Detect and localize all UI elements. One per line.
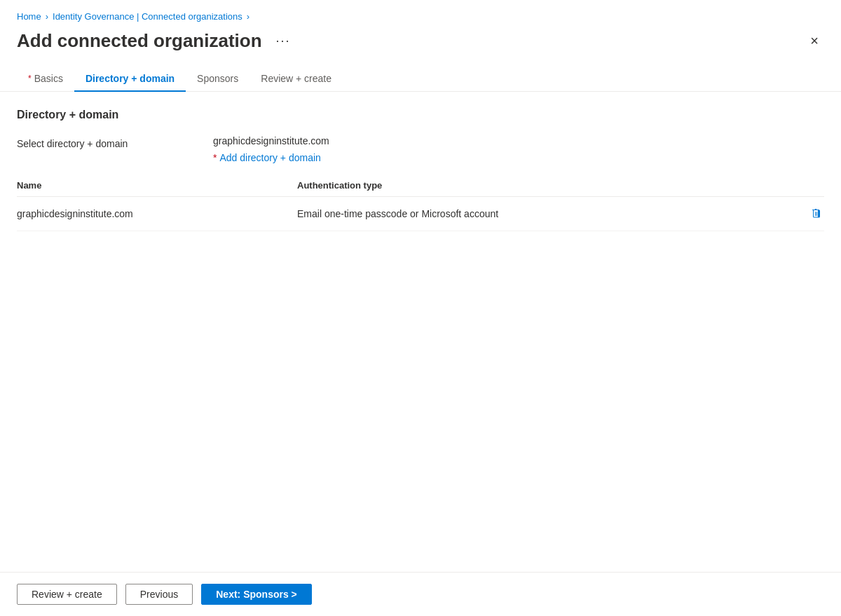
previous-button[interactable]: Previous [125,584,193,605]
tab-basics-asterisk: * [28,74,32,83]
column-name-header: Name [17,180,297,191]
row-auth-cell: Email one-time passcode or Microsoft acc… [297,205,824,222]
tab-review-create[interactable]: Review + create [249,66,343,91]
page-title-group: Add connected organization ··· [17,30,296,52]
page-header: Add connected organization ··· × [0,27,841,66]
tab-sponsors-label: Sponsors [197,73,238,84]
main-content: Directory + domain Select directory + do… [0,109,841,231]
breadcrumb-parent[interactable]: Identity Governance | Connected organiza… [53,11,242,22]
row-name-cell: graphicdesigninstitute.com [17,208,297,219]
directory-table: Name Authentication type graphicdesignin… [17,180,824,231]
delete-row-button[interactable] [807,205,824,222]
tab-directory-domain-label: Directory + domain [86,73,175,84]
page-title: Add connected organization [17,30,262,52]
select-directory-row: Select directory + domain graphicdesigni… [17,135,824,163]
breadcrumb-sep-2: › [247,11,249,22]
close-button[interactable]: × [805,30,824,52]
more-options-button[interactable]: ··· [271,31,296,51]
select-directory-value: graphicdesigninstitute.com * Add directo… [213,135,329,163]
tab-basics[interactable]: * Basics [17,66,74,91]
table-header: Name Authentication type [17,180,824,197]
tab-review-create-label: Review + create [261,73,331,84]
tabs-container: * Basics Directory + domain Sponsors Rev… [0,66,841,92]
review-create-button[interactable]: Review + create [17,584,117,605]
breadcrumb: Home › Identity Governance | Connected o… [0,0,841,27]
breadcrumb-sep-1: › [46,11,48,22]
footer: Review + create Previous Next: Sponsors … [0,572,841,616]
section-title: Directory + domain [17,109,824,121]
tab-basics-label: Basics [34,73,63,84]
column-auth-header: Authentication type [297,180,824,191]
add-link-star: * [213,152,217,163]
next-button[interactable]: Next: Sponsors > [201,584,312,605]
table-row: graphicdesigninstitute.com Email one-tim… [17,197,824,231]
breadcrumb-home[interactable]: Home [17,11,41,22]
tab-sponsors[interactable]: Sponsors [186,66,249,91]
trash-icon [810,208,821,219]
add-directory-link[interactable]: * Add directory + domain [213,152,329,163]
add-link-text: Add directory + domain [219,152,320,163]
current-domain-value: graphicdesigninstitute.com [213,135,329,146]
row-auth-type-text: Email one-time passcode or Microsoft acc… [297,208,498,219]
tab-directory-domain[interactable]: Directory + domain [74,66,186,91]
select-directory-label: Select directory + domain [17,135,213,149]
